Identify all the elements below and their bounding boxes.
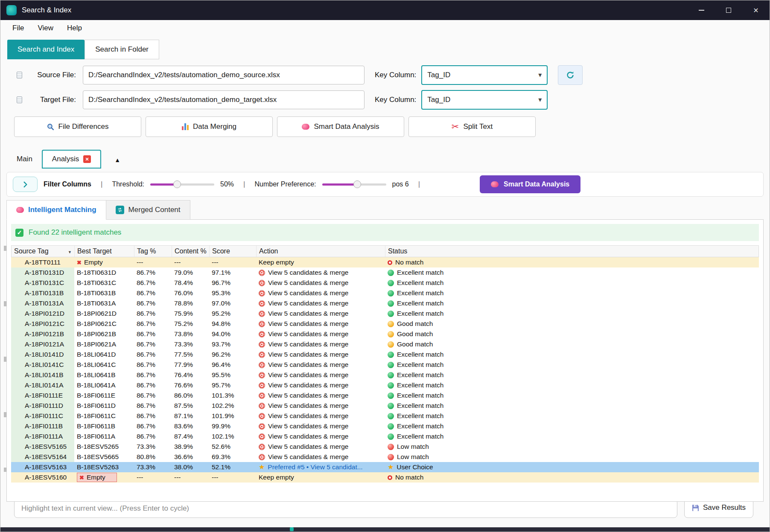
table-row[interactable]: A-18ESV5165B-18ESV526573.3%38.9%52.6%Vie… bbox=[11, 442, 759, 452]
action-cell[interactable]: View 5 candidates & merge bbox=[256, 298, 385, 308]
menu-help[interactable]: Help bbox=[62, 22, 87, 34]
split-text-button[interactable]: Split Text bbox=[408, 116, 536, 137]
action-cell[interactable]: View 5 candidates & merge bbox=[256, 390, 385, 401]
table-row[interactable]: A-18TI0131AB-18TI0631A86.7%78.8%97.0%Vie… bbox=[11, 298, 759, 308]
threshold-slider[interactable] bbox=[150, 183, 214, 186]
action-cell[interactable]: View 5 candidates & merge bbox=[256, 370, 385, 380]
target-file-input[interactable] bbox=[83, 90, 365, 109]
maximize-button[interactable] bbox=[715, 0, 742, 20]
sort-arrow-icon[interactable] bbox=[68, 247, 72, 255]
table-row[interactable]: A-18FI0111BB-18FI0611B86.7%83.6%99.9%Vie… bbox=[11, 421, 759, 431]
tab-search-in-folder[interactable]: Search in Folder bbox=[85, 40, 159, 59]
tab-merged-content[interactable]: Merged Content bbox=[106, 200, 190, 220]
close-button[interactable] bbox=[742, 0, 770, 20]
table-row[interactable]: A-18LI0141AB-18LI0641A86.7%76.6%95.7%Vie… bbox=[11, 380, 759, 390]
status-icon bbox=[388, 423, 394, 430]
action-cell[interactable]: View 5 candidates & merge bbox=[256, 360, 385, 370]
column-header-source-tag[interactable]: Source Tag bbox=[12, 246, 75, 257]
table-row[interactable]: A-18PI0121AB-18PI0621A86.7%73.3%93.7%Vie… bbox=[11, 339, 759, 349]
action-cell[interactable]: View 5 candidates & merge bbox=[256, 421, 385, 431]
minimize-button[interactable] bbox=[688, 0, 715, 20]
best-target-cell: B-18LI0641D bbox=[74, 349, 134, 360]
action-cell[interactable]: View 5 candidates & merge bbox=[256, 442, 385, 452]
target-file-row: Target File: Key Column: Tag_ID bbox=[17, 90, 770, 110]
table-row[interactable]: A-18LI0141BB-18LI0641B86.7%76.4%95.5%Vie… bbox=[11, 370, 759, 380]
tab-analysis[interactable]: Analysis bbox=[42, 150, 101, 169]
table-row[interactable]: A-18FI0111EB-18FI0611E86.7%86.0%101.3%Vi… bbox=[11, 390, 759, 401]
table-row[interactable]: A-18TI0131BB-18TI0631B86.7%76.0%95.3%Vie… bbox=[11, 288, 759, 298]
tab-close-icon[interactable] bbox=[83, 155, 91, 163]
table-row[interactable]: A-18PI0121CB-18PI0621C86.7%75.2%94.8%Vie… bbox=[11, 319, 759, 329]
column-header-status[interactable]: Status bbox=[385, 246, 758, 257]
threshold-slider-knob[interactable] bbox=[173, 180, 181, 188]
table-row[interactable]: A-18PI0121DB-18PI0621D86.7%75.9%95.2%Vie… bbox=[11, 308, 759, 319]
number-preference-slider-knob[interactable] bbox=[353, 180, 361, 188]
data-merging-button[interactable]: Data Merging bbox=[146, 116, 273, 137]
action-cell[interactable]: View 5 candidates & merge bbox=[256, 339, 385, 349]
smart-data-analysis-button[interactable]: Smart Data Analysis bbox=[277, 116, 404, 137]
action-cell[interactable]: View 5 candidates & merge bbox=[256, 267, 385, 278]
collapse-triangle-button[interactable] bbox=[106, 151, 128, 169]
action-cell[interactable]: View 5 candidates & merge bbox=[256, 319, 385, 329]
empty-target-label: Empty bbox=[87, 474, 105, 481]
source-key-column-select[interactable]: Tag_ID bbox=[421, 65, 548, 85]
target-key-column-select[interactable]: Tag_ID bbox=[421, 90, 548, 110]
action-cell[interactable]: View 5 candidates & merge bbox=[256, 452, 385, 462]
tab-search-and-index[interactable]: Search and Index bbox=[7, 40, 85, 59]
table-row[interactable]: A-18LI0141DB-18LI0641D86.7%77.5%96.2%Vie… bbox=[11, 349, 759, 360]
tag-percent-cell: 80.8% bbox=[134, 452, 172, 462]
content-percent-cell: 75.2% bbox=[172, 319, 209, 329]
content-percent-cell: 77.9% bbox=[172, 360, 209, 370]
action-cell[interactable]: View 5 candidates & merge bbox=[256, 329, 385, 339]
file-differences-button[interactable]: File Differences bbox=[14, 116, 141, 137]
status-icon bbox=[388, 372, 394, 378]
column-header-best-target[interactable]: Best Target bbox=[75, 246, 134, 257]
column-header-score[interactable]: Score bbox=[210, 246, 257, 257]
action-cell[interactable]: Keep empty bbox=[256, 257, 385, 267]
action-cell[interactable]: View 5 candidates & merge bbox=[256, 431, 385, 442]
column-header-content-pct[interactable]: Content % bbox=[172, 246, 210, 257]
table-row[interactable]: A-18PI0121BB-18PI0621B86.7%73.8%94.0%Vie… bbox=[11, 329, 759, 339]
menu-file[interactable]: File bbox=[7, 22, 29, 34]
table-row[interactable]: A-18ESV5160Empty---------Keep emptyNo ma… bbox=[11, 472, 759, 483]
action-cell[interactable]: View 5 candidates & merge bbox=[256, 380, 385, 390]
action-cell[interactable]: Keep empty bbox=[256, 472, 385, 483]
source-tag-cell: A-18TI0131B bbox=[11, 288, 74, 298]
action-cell[interactable]: View 5 candidates & merge bbox=[256, 278, 385, 288]
source-tag-cell: A-18ESV5163 bbox=[11, 462, 74, 472]
status-icon bbox=[388, 311, 394, 317]
content-percent-cell: 38.0% bbox=[172, 462, 209, 472]
menu-view[interactable]: View bbox=[32, 22, 58, 34]
table-row[interactable]: A-18TT0111Empty---------Keep emptyNo mat… bbox=[11, 257, 759, 267]
tab-main[interactable]: Main bbox=[7, 150, 42, 169]
action-cell[interactable]: View 5 candidates & merge bbox=[256, 288, 385, 298]
action-cell[interactable]: Preferred #5 • View 5 candidat... bbox=[256, 462, 385, 472]
source-file-input[interactable] bbox=[83, 66, 365, 84]
action-cell[interactable]: View 5 candidates & merge bbox=[256, 401, 385, 411]
action-cell[interactable]: View 5 candidates & merge bbox=[256, 308, 385, 319]
table-row[interactable]: A-18LI0141CB-18LI0641C86.7%77.9%96.4%Vie… bbox=[11, 360, 759, 370]
expand-panel-button[interactable] bbox=[13, 177, 38, 192]
column-header-action[interactable]: Action bbox=[257, 246, 385, 257]
table-row[interactable]: A-18TI0131CB-18TI0631C86.7%78.4%96.7%Vie… bbox=[11, 278, 759, 288]
number-preference-slider[interactable] bbox=[322, 183, 386, 186]
table-row[interactable]: A-18FI0111AB-18FI0611A86.7%87.4%102.1%Vi… bbox=[11, 431, 759, 442]
target-icon bbox=[259, 423, 265, 430]
smart-data-analysis-run-button[interactable]: Smart Data Analysis bbox=[480, 175, 580, 193]
highlight-search-input[interactable] bbox=[14, 499, 677, 518]
table-row[interactable]: A-18TI0131DB-18TI0631D86.7%79.0%97.1%Vie… bbox=[11, 267, 759, 278]
table-row[interactable]: A-18ESV5163B-18ESV526373.3%38.0%52.1%Pre… bbox=[11, 462, 759, 472]
table-row[interactable]: A-18FI0111CB-18FI0611C86.7%87.1%101.9%Vi… bbox=[11, 411, 759, 421]
action-cell[interactable]: View 5 candidates & merge bbox=[256, 411, 385, 421]
refresh-button[interactable] bbox=[558, 65, 583, 85]
action-cell[interactable]: View 5 candidates & merge bbox=[256, 349, 385, 360]
best-target-cell: B-18ESV5265 bbox=[74, 442, 134, 452]
star-icon bbox=[259, 463, 265, 471]
source-file-label: Source File: bbox=[26, 71, 76, 79]
column-header-tag-pct[interactable]: Tag % bbox=[134, 246, 172, 257]
source-file-row: Source File: Key Column: Tag_ID bbox=[17, 65, 770, 85]
filter-columns-button[interactable]: Filter Columns bbox=[44, 180, 91, 188]
tab-intelligent-matching[interactable]: Intelligent Matching bbox=[6, 200, 106, 220]
table-row[interactable]: A-18ESV5164B-18ESV566580.8%36.6%69.3%Vie… bbox=[11, 452, 759, 462]
table-row[interactable]: A-18FI0111DB-18FI0611D86.7%87.5%102.2%Vi… bbox=[11, 401, 759, 411]
